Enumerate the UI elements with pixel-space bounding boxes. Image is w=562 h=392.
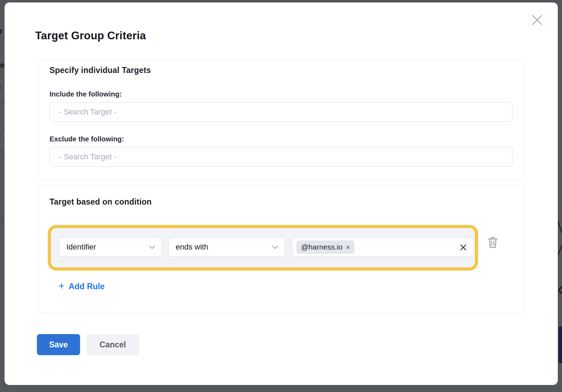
screen: er pe cl cl r Target Group Criteria Spec…	[0, 0, 562, 392]
add-rule-label: Add Rule	[69, 282, 105, 291]
close-button[interactable]	[529, 12, 545, 28]
dialog-title: Target Group Criteria	[35, 29, 146, 42]
attribute-select[interactable]: Identifier	[59, 238, 162, 257]
trash-icon	[487, 236, 498, 248]
exclude-target-input[interactable]	[50, 147, 512, 167]
background-ring-fragment	[0, 150, 4, 155]
value-chip: @harness.io ×	[296, 240, 354, 254]
operator-select-value: ends with	[176, 242, 208, 252]
plus-icon: +	[58, 281, 65, 291]
background-text-fragment: pe	[0, 61, 5, 70]
background-text-fragment: er	[0, 27, 3, 36]
include-target-input[interactable]	[50, 102, 512, 122]
dialog-target-group-criteria: Target Group Criteria Specify individual…	[5, 2, 558, 385]
value-chip-label: @harness.io	[301, 243, 342, 251]
chevron-down-icon	[149, 245, 155, 249]
background-line-fragment	[558, 40, 562, 40]
chevron-down-icon	[272, 245, 278, 249]
cancel-button[interactable]: Cancel	[86, 334, 139, 355]
clear-values-button[interactable]	[459, 243, 468, 252]
section-heading: Target based on condition	[50, 197, 152, 207]
background-text-fragment: cl	[0, 132, 1, 141]
section-heading: Specify individual Targets	[50, 66, 151, 75]
clear-icon	[460, 244, 467, 251]
condition-section: Target based on condition Identifier end…	[38, 185, 524, 313]
add-rule-button[interactable]: + Add Rule	[58, 280, 105, 293]
delete-rule-button[interactable]	[487, 236, 499, 248]
background-ring-fragment	[558, 286, 562, 294]
exclude-label: Exclude the following:	[50, 135, 124, 143]
background-chart-fragment	[558, 221, 562, 267]
background-text-fragment: cl	[0, 83, 1, 92]
background-bar-fragment	[558, 326, 562, 363]
values-input[interactable]: @harness.io ×	[292, 238, 474, 257]
rule-row-highlighted: Identifier ends with @harness.io ×	[48, 225, 478, 271]
operator-select[interactable]: ends with	[168, 238, 285, 257]
close-icon	[531, 14, 543, 26]
chip-remove-icon[interactable]: ×	[346, 244, 350, 251]
attribute-select-value: Identifier	[66, 242, 96, 252]
background-page-right-edge	[558, 0, 562, 392]
background-ring-fragment	[0, 101, 4, 106]
include-label: Include the following:	[50, 90, 122, 98]
individual-targets-section: Specify individual Targets Include the f…	[38, 60, 524, 179]
save-button[interactable]: Save	[37, 334, 80, 355]
background-page-left-edge: er pe cl cl r	[0, 0, 5, 392]
background-ring-fragment	[0, 217, 4, 222]
